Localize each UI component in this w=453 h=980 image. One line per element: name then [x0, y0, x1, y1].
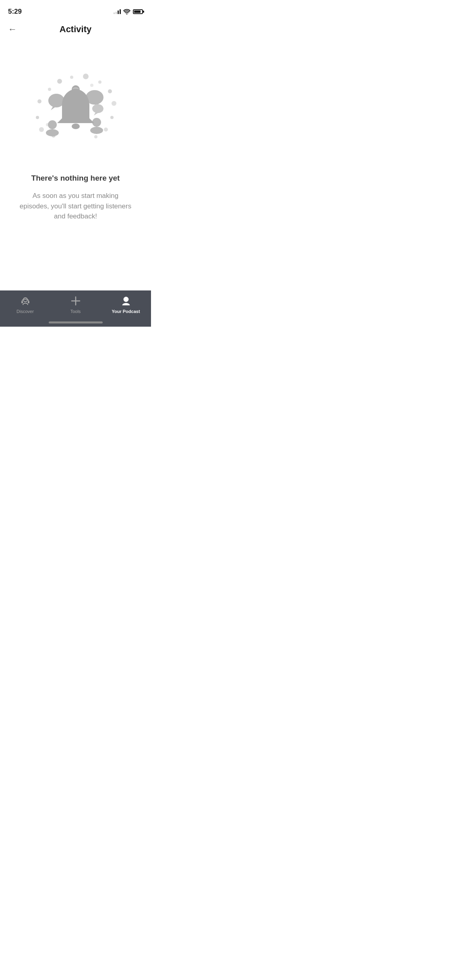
battery-icon [133, 9, 143, 14]
svg-point-0 [37, 99, 41, 103]
empty-state-description: As soon as you start making episodes, yo… [19, 191, 132, 222]
svg-point-22 [92, 118, 101, 127]
status-bar: 5:29 [0, 0, 151, 18]
svg-point-19 [46, 129, 59, 136]
svg-point-3 [70, 76, 73, 79]
svg-point-7 [112, 101, 116, 106]
wifi-icon [123, 9, 130, 14]
tab-tools-label: Tools [70, 309, 81, 314]
svg-point-18 [48, 120, 57, 129]
svg-point-2 [57, 79, 62, 84]
main-content: There's nothing here yet As soon as you … [0, 41, 151, 230]
tools-icon [70, 295, 81, 307]
back-button[interactable]: ← [8, 24, 17, 35]
svg-point-13 [94, 135, 97, 138]
svg-point-23 [90, 127, 103, 134]
empty-state-title: There's nothing here yet [31, 174, 120, 183]
tab-discover[interactable]: Discover [0, 295, 50, 314]
header: ← Activity [0, 18, 151, 41]
your-podcast-icon [120, 295, 132, 307]
discover-icon [20, 295, 31, 307]
svg-point-5 [98, 80, 101, 84]
status-time: 5:29 [8, 8, 22, 16]
back-arrow-icon: ← [8, 24, 17, 35]
tab-your-podcast[interactable]: Your Podcast [101, 295, 151, 314]
svg-rect-30 [28, 301, 29, 303]
page-title: Activity [60, 24, 91, 35]
svg-point-6 [108, 89, 112, 93]
svg-point-24 [92, 104, 103, 113]
svg-point-4 [83, 74, 89, 79]
tab-discover-label: Discover [17, 309, 34, 314]
svg-point-8 [110, 116, 114, 119]
svg-point-33 [124, 297, 128, 302]
tab-your-podcast-label: Your Podcast [112, 309, 140, 314]
empty-state-illustration [27, 65, 124, 158]
signal-bars-icon [114, 9, 121, 14]
tab-tools[interactable]: Tools [50, 295, 101, 314]
svg-point-10 [36, 116, 39, 119]
home-indicator [49, 321, 103, 323]
svg-point-28 [23, 298, 27, 302]
svg-point-11 [39, 127, 44, 132]
svg-point-9 [104, 128, 108, 132]
svg-point-1 [48, 88, 51, 91]
svg-rect-29 [21, 301, 23, 303]
svg-point-26 [72, 85, 80, 93]
svg-point-14 [90, 84, 93, 87]
svg-point-27 [72, 124, 80, 129]
status-icons [114, 9, 143, 14]
